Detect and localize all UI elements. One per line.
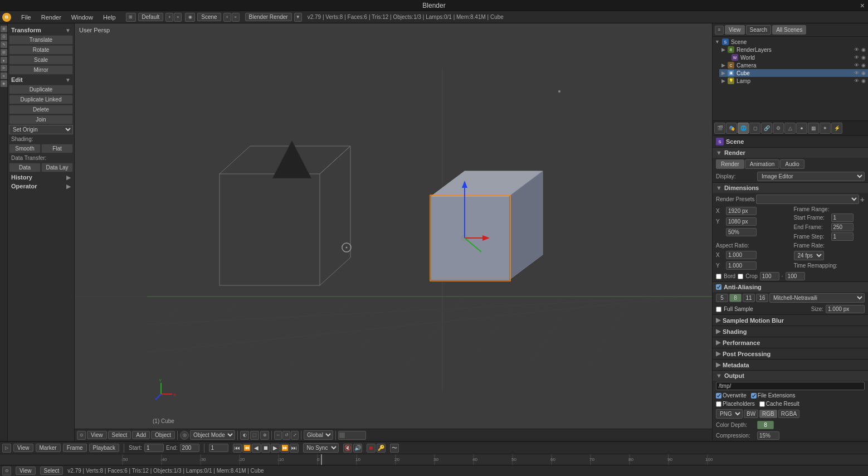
size-field[interactable] [826, 305, 865, 313]
aa-btn-8[interactable]: 8 [729, 294, 742, 302]
prop-world-icon[interactable]: 🌐 [738, 123, 749, 134]
scene-add-btn[interactable]: + [223, 13, 231, 22]
record-btn[interactable]: ⏺ [367, 444, 376, 453]
render-tab-animation[interactable]: Animation [745, 159, 779, 169]
res-y-field[interactable]: 1080 px [726, 217, 757, 226]
draw-type-icon[interactable]: ⬚ [250, 431, 259, 440]
audio-scrub-btn[interactable]: 🔊 [353, 444, 362, 453]
perf-header[interactable]: ▶ Performance [713, 337, 868, 348]
cam-render-icon[interactable]: ◉ [861, 62, 866, 68]
prop-scene-icon[interactable]: 🎭 [726, 123, 737, 134]
duplicate-linked-btn[interactable]: Duplicate Linked [9, 95, 73, 104]
res-pct-field[interactable] [726, 228, 757, 236]
output-path-field[interactable] [716, 382, 865, 390]
manipulator-icon[interactable]: ⊕ [260, 431, 269, 440]
toolbar-icon-6[interactable]: ⊳ [1, 65, 7, 71]
smooth-btn[interactable]: Smooth [9, 144, 41, 153]
viewport-settings-icon[interactable]: ⊙ [77, 431, 86, 440]
render-mode-icon[interactable]: ◐ [240, 431, 249, 440]
prop-physics-icon[interactable]: ⚡ [831, 123, 842, 134]
jump-start-btn[interactable]: ⏮ [233, 444, 242, 453]
scene-selector[interactable]: Scene [197, 13, 221, 21]
view-menu-btn[interactable]: View [87, 431, 107, 439]
object-menu-btn[interactable]: Object [151, 431, 175, 439]
asp-x-field[interactable] [726, 251, 757, 259]
prop-object-icon[interactable]: ◻ [749, 123, 760, 134]
add-menu-btn[interactable]: Add [132, 431, 150, 439]
format-bw-btn[interactable]: BW [744, 410, 758, 418]
layout-remove-btn[interactable]: × [174, 13, 182, 22]
bord-checkbox[interactable] [716, 274, 721, 279]
world-render-icon[interactable]: ◉ [861, 55, 866, 60]
scale-icon[interactable]: ⤢ [291, 431, 299, 440]
cube-render-icon[interactable]: ◉ [861, 70, 866, 76]
outliner-all-scenes-btn[interactable]: All Scenes [772, 25, 806, 35]
keyframe-btn[interactable]: 🔑 [377, 444, 386, 453]
play-btn[interactable]: ▶ [271, 444, 280, 453]
render-engine[interactable]: Blender Render [245, 13, 292, 21]
menu-file[interactable]: File [17, 13, 36, 22]
frame-step-field[interactable] [831, 232, 854, 241]
format-rgb-btn[interactable]: RGB [759, 410, 777, 418]
flat-btn[interactable]: Flat [41, 144, 73, 153]
statusbar-icon[interactable]: ⊙ [2, 467, 11, 475]
history-section-header[interactable]: History ▶ [9, 173, 73, 182]
outliner-view-btn[interactable]: View [725, 25, 745, 35]
toolbar-icon-2[interactable]: ⊙ [1, 33, 7, 40]
format-select[interactable]: PNG [716, 409, 743, 419]
overwrite-checkbox[interactable] [716, 393, 721, 399]
compression-field[interactable] [757, 431, 779, 440]
stop-btn[interactable]: ⏹ [261, 444, 270, 453]
performance-section[interactable]: ▶ Performance [713, 337, 868, 348]
display-select[interactable]: Image Editor [757, 172, 865, 181]
menu-render[interactable]: Render [37, 13, 66, 22]
curves-btn[interactable]: 〜 [390, 444, 399, 453]
tl-end-field[interactable] [180, 444, 199, 452]
start-frame-field[interactable] [831, 213, 854, 222]
format-rgba-btn[interactable]: RGBA [778, 410, 799, 418]
menu-help[interactable]: Help [99, 13, 120, 22]
timeline-frame-btn[interactable]: Frame [63, 444, 87, 452]
toolbar-icon-4[interactable]: ⊞ [1, 49, 7, 56]
crop-checkbox[interactable] [738, 274, 743, 279]
mirror-btn[interactable]: Mirror [9, 65, 73, 75]
step-forward-btn[interactable]: ⏩ [280, 444, 289, 453]
world-eye-icon[interactable]: 👁 [854, 55, 859, 60]
toolbar-icon-7[interactable]: ≡ [1, 72, 7, 79]
tree-item-lamp[interactable]: ▶ 💡 Lamp 👁 ◉ [719, 77, 868, 85]
engine-settings-btn[interactable]: ▼ [294, 13, 302, 22]
layout-add-btn[interactable]: + [165, 13, 173, 22]
current-frame-field[interactable] [209, 444, 228, 452]
presets-add-btn[interactable]: + [860, 195, 865, 204]
crop-y-field[interactable] [786, 272, 805, 280]
prop-texture-icon[interactable]: ▦ [808, 123, 819, 134]
prop-render-icon[interactable]: 🎬 [714, 123, 725, 134]
edit-section-header[interactable]: Edit ▼ [9, 75, 73, 84]
outliner-search-btn[interactable]: Search [746, 25, 772, 35]
play-reverse-btn[interactable]: ◀ [252, 444, 261, 453]
tree-item-scene[interactable]: ▼ S Scene [713, 38, 868, 46]
end-frame-field[interactable] [831, 223, 854, 231]
data-lay-btn[interactable]: Data Lay [41, 163, 73, 172]
outliner-editor-icon[interactable]: ≡ [715, 26, 724, 35]
set-origin-select[interactable]: Set Origin [9, 125, 73, 134]
toolbar-icon-5[interactable]: ♦ [1, 57, 7, 64]
shading-section[interactable]: ▶ Shading [713, 326, 868, 337]
metadata-section[interactable]: ▶ Metadata [713, 360, 868, 371]
tree-item-camera[interactable]: ▶ C Camera 👁 ◉ [719, 61, 868, 69]
post-processing-section[interactable]: ▶ Post Processing [713, 348, 868, 360]
editor-type-icon[interactable]: ⊞ [126, 13, 136, 22]
toolbar-icon-8[interactable]: ◈ [1, 80, 7, 87]
toolbar-icon-3[interactable]: ✎ [1, 41, 7, 48]
menu-window[interactable]: Window [67, 13, 97, 22]
lamp-eye-icon[interactable]: 👁 [854, 78, 859, 84]
cache-checkbox[interactable] [759, 401, 765, 407]
transform-section-header[interactable]: Transform ▼ [9, 26, 73, 35]
timeline-editor-icon[interactable]: ▷ [2, 444, 11, 453]
shading-prop-header[interactable]: ▶ Shading [713, 326, 868, 337]
placeholders-checkbox[interactable] [716, 401, 721, 407]
layer-buttons[interactable] [338, 431, 366, 440]
view-mode-icon[interactable]: ◉ [185, 13, 195, 22]
pp-header[interactable]: ▶ Post Processing [713, 348, 868, 359]
color-depth-field[interactable] [757, 421, 774, 429]
